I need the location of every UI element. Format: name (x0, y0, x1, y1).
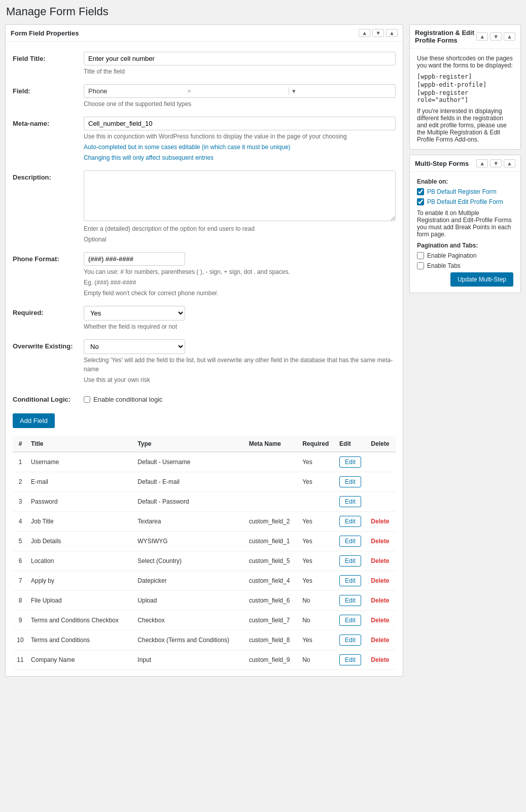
row-title: Username (28, 452, 134, 472)
field-type-cell: Phone × ▾ Choose one of the supported fi… (84, 80, 396, 113)
collapse-down-button[interactable]: ▼ (372, 29, 384, 37)
shortcode-item: [wppb-edit-profile] (417, 81, 513, 88)
conditional-logic-checkbox-label[interactable]: Enable conditional logic (93, 396, 163, 403)
row-num: 7 (13, 571, 28, 591)
row-num: 4 (13, 512, 28, 532)
form-field-properties-title: Form Field Properties (11, 29, 79, 37)
delete-button[interactable]: Delete (371, 577, 389, 584)
phone-format-hint1: You can use: # for numbers, parentheses … (84, 267, 396, 276)
row-required: Yes (299, 472, 336, 492)
edit-button[interactable]: Edit (339, 555, 361, 567)
row-type: Datepicker (134, 571, 246, 591)
edit-button[interactable]: Edit (339, 476, 361, 487)
delete-button[interactable]: Delete (371, 538, 389, 545)
row-edit-cell: Edit (336, 492, 368, 512)
pagination-checkbox[interactable] (417, 252, 424, 259)
ms-down-button[interactable]: ▼ (490, 159, 502, 167)
overwrite-select[interactable]: No Yes (84, 339, 185, 354)
row-required: Yes (299, 512, 336, 532)
edit-button[interactable]: Edit (339, 615, 361, 626)
tabs-checkbox-label[interactable]: Enable Tabs (427, 262, 461, 269)
multistep-checkbox-row: PB Default Edit Profile Form (417, 198, 513, 205)
multistep-controls: ▲ ▼ ▲ (476, 159, 515, 167)
field-type-select-container[interactable]: Phone × ▾ (84, 84, 396, 98)
enable-on-label: Enable on: (417, 178, 513, 185)
overwrite-hint2: Use this at your own risk (84, 375, 396, 384)
row-type: Checkbox (Terms and Conditions) (134, 630, 246, 650)
registration-header: Registration & Edit Profile Forms ▲ ▼ ▲ (410, 25, 520, 49)
phone-format-input[interactable] (84, 252, 185, 266)
edit-button[interactable]: Edit (339, 575, 361, 586)
select2-arrow-icon[interactable]: ▾ (289, 87, 391, 95)
cb2-checkbox[interactable] (417, 198, 424, 205)
row-delete-cell: Delete (368, 551, 396, 571)
phone-format-hint2: Eg. (###) ###-#### (84, 278, 396, 287)
fields-table: # Title Type Meta Name Required Edit Del… (13, 436, 396, 670)
row-delete-cell (368, 452, 396, 472)
row-delete-cell: Delete (368, 650, 396, 670)
phone-format-cell: You can use: # for numbers, parentheses … (84, 248, 396, 302)
edit-button[interactable]: Edit (339, 456, 361, 468)
conditional-logic-cell: Enable conditional logic (84, 389, 396, 407)
reg-close-button[interactable]: ▲ (504, 32, 515, 41)
delete-button[interactable]: Delete (371, 557, 389, 564)
edit-button[interactable]: Edit (339, 496, 361, 507)
row-num: 6 (13, 551, 28, 571)
close-button[interactable]: ▲ (386, 29, 398, 37)
field-title-hint: Title of the field (84, 67, 396, 76)
row-title: Company Name (28, 650, 134, 670)
left-panel: Form Field Properties ▲ ▼ ▲ Field Title: (5, 24, 403, 677)
delete-button[interactable]: Delete (371, 518, 389, 525)
reg-up-button[interactable]: ▲ (476, 32, 488, 41)
edit-button[interactable]: Edit (339, 516, 361, 527)
row-title: Apply by (28, 571, 134, 591)
conditional-logic-checkbox[interactable] (84, 396, 90, 403)
pagination-label: Pagination and Tabs: (417, 242, 513, 249)
meta-name-hint2: Auto-completed but in some cases editabl… (84, 143, 396, 152)
add-field-button[interactable]: Add Field (13, 413, 55, 428)
form-field-properties-body: Field Title: Title of the field Field: (6, 42, 403, 676)
table-row: 3PasswordDefault - PasswordEdit (13, 492, 396, 512)
row-type: Checkbox (134, 611, 246, 630)
row-delete-cell (368, 472, 396, 492)
update-multistep-button[interactable]: Update Multi-Step (450, 272, 513, 287)
ms-up-button[interactable]: ▲ (476, 159, 488, 167)
row-edit-cell: Edit (336, 452, 368, 472)
cb1-checkbox[interactable] (417, 188, 424, 195)
row-required: Yes (299, 532, 336, 551)
tabs-row: Enable Tabs (417, 262, 513, 269)
edit-button[interactable]: Edit (339, 595, 361, 606)
row-title: Terms and Conditions (28, 630, 134, 650)
pagination-checkbox-label[interactable]: Enable Pagination (427, 252, 476, 259)
meta-name-input[interactable] (84, 117, 396, 130)
edit-button[interactable]: Edit (339, 634, 361, 646)
delete-button[interactable]: Delete (371, 656, 389, 663)
reg-down-button[interactable]: ▼ (490, 32, 502, 41)
delete-button[interactable]: Delete (371, 597, 389, 604)
field-title-input[interactable] (84, 52, 396, 65)
fields-table-body: 1UsernameDefault - UsernameYesEdit2E-mai… (13, 452, 396, 670)
row-num: 9 (13, 611, 28, 630)
cb1-label[interactable]: PB Default Register Form (427, 188, 497, 195)
row-meta: custom_field_9 (246, 650, 300, 670)
edit-button[interactable]: Edit (339, 654, 361, 665)
delete-button[interactable]: Delete (371, 617, 389, 624)
collapse-up-button[interactable]: ▲ (359, 29, 370, 37)
required-select[interactable]: Yes No (84, 306, 185, 321)
row-type: Select (Country) (134, 551, 246, 571)
shortcodes-container: [wppb-register][wppb-edit-profile][wppb-… (417, 73, 513, 103)
edit-button[interactable]: Edit (339, 536, 361, 547)
col-type: Type (134, 436, 246, 452)
delete-button[interactable]: Delete (371, 637, 389, 644)
ms-close-button[interactable]: ▲ (504, 159, 515, 167)
table-row: 11Company NameInputcustom_field_9NoEditD… (13, 650, 396, 670)
tabs-checkbox[interactable] (417, 262, 424, 269)
cb2-label[interactable]: PB Default Edit Profile Form (427, 198, 503, 205)
select2-clear-icon[interactable]: × (187, 87, 286, 95)
phone-format-row: Phone Format: You can use: # for numbers… (13, 248, 396, 302)
registration-title: Registration & Edit Profile Forms (415, 29, 476, 44)
field-type-selection[interactable]: Phone × ▾ (84, 84, 396, 98)
table-row: 2E-mailDefault - E-mailYesEdit (13, 472, 396, 492)
description-textarea[interactable] (84, 170, 396, 221)
field-title-row: Field Title: Title of the field (13, 48, 396, 80)
